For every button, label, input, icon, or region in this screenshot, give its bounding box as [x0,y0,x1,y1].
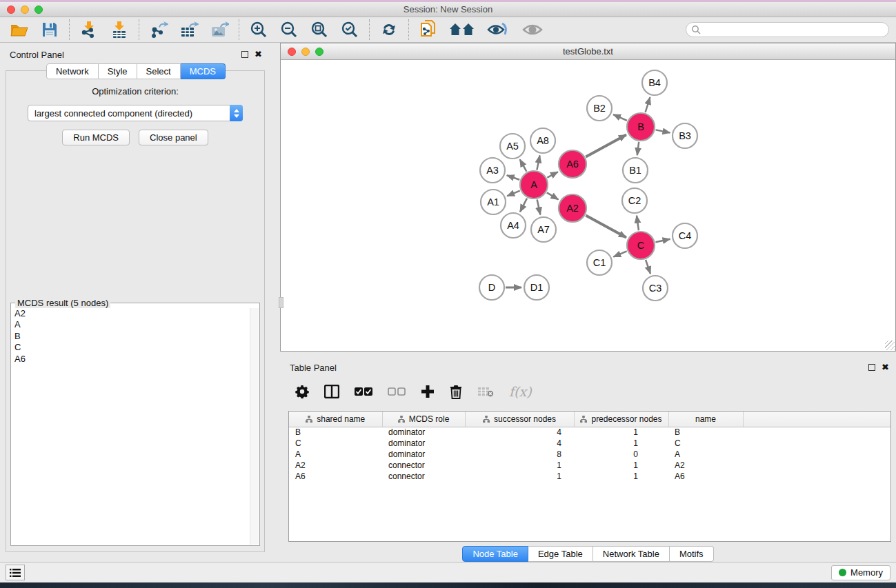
graph-node-A1[interactable]: A1 [481,190,506,214]
graph-edge-B-B2[interactable] [613,114,627,121]
graph-node-A5[interactable]: A5 [500,134,525,159]
column-header[interactable]: MCDS role [382,412,465,427]
deselect-all-columns-icon[interactable] [388,387,406,396]
graph-edge-C-C3[interactable] [646,260,650,274]
table-settings-gear-icon[interactable] [295,385,309,398]
tab-edge-table[interactable]: Edge Table [528,546,593,562]
import-network-icon[interactable] [79,20,99,39]
graph-node-B3[interactable]: B3 [673,123,697,148]
table-cell[interactable]: 1 [574,460,668,471]
zoom-in-icon[interactable] [249,20,268,39]
table-cell[interactable]: 1 [465,460,574,471]
table-cell[interactable]: C [289,438,382,449]
graph-node-A2[interactable]: A2 [559,194,586,222]
table-cell[interactable]: dominator [382,449,465,460]
graph-edge-A-A8[interactable] [537,156,539,170]
network-canvas[interactable]: AA1A2A3A4A5A6A7A8BB1B2B3B4CC1C2C3C4DD1 [281,60,895,351]
table-cell[interactable]: B [668,427,743,438]
table-cell[interactable]: A6 [289,471,382,482]
graph-edge-A6-B[interactable] [586,134,626,156]
float-panel-icon[interactable] [241,51,248,58]
graph-node-A6[interactable]: A6 [559,150,586,178]
graph-node-D1[interactable]: D1 [524,275,549,300]
memory-button[interactable]: Memory [831,565,890,580]
zoom-selected-icon[interactable] [340,20,359,39]
splitter-grip[interactable] [279,297,283,308]
close-panel-button[interactable]: Close panel [139,130,208,145]
search-field[interactable] [686,22,889,37]
export-image-icon[interactable] [210,20,229,39]
table-cell[interactable]: A2 [289,460,382,471]
close-panel-icon[interactable]: ✖ [255,51,262,58]
table-cell[interactable]: 1 [465,471,574,482]
graph-edge-A-A2[interactable] [547,192,559,199]
column-header[interactable]: shared name [289,412,382,427]
graph-node-D[interactable]: D [479,275,504,300]
table-cell[interactable]: C [668,438,743,449]
tab-motifs[interactable]: Motifs [670,546,714,562]
graph-edge-A-A3[interactable] [507,175,519,179]
table-cell[interactable]: B [289,427,382,438]
graph-node-A7[interactable]: A7 [531,217,556,242]
table-cell[interactable]: 1 [574,471,668,482]
import-table-icon[interactable] [110,20,129,39]
mcds-result-item[interactable]: A6 [12,354,259,365]
tab-network-table[interactable]: Network Table [593,546,670,562]
mcds-result-item[interactable]: A2 [12,308,259,319]
graph-node-C4[interactable]: C4 [673,223,697,248]
graph-edge-A-A4[interactable] [520,199,527,212]
run-mcds-button[interactable]: Run MCDS [62,130,130,145]
graph-edge-A-A6[interactable] [547,172,557,177]
table-cell[interactable]: connector [382,460,465,471]
apply-layout-icon[interactable] [379,20,399,39]
graph-node-C[interactable]: C [627,232,655,259]
table-cell[interactable]: A [668,449,743,460]
table-cell[interactable]: 4 [465,438,574,449]
hide-graphics-details-icon[interactable] [486,20,510,39]
mcds-result-item[interactable]: A [12,319,259,330]
graph-edge-C-C2[interactable] [637,216,639,230]
zoom-fit-icon[interactable] [310,20,329,39]
open-file-icon[interactable] [10,20,29,39]
graph-node-B1[interactable]: B1 [623,158,648,183]
table-cell[interactable]: A [289,449,382,460]
tab-style[interactable]: Style [99,63,137,79]
graph-edge-C-C4[interactable] [655,239,670,243]
tab-select[interactable]: Select [137,63,181,79]
table-row[interactable]: Bdominator41B [289,427,890,438]
table-row[interactable]: Cdominator41C [289,438,890,449]
delete-table-icon-disabled[interactable] [477,386,494,397]
mcds-result-item[interactable]: C [12,342,259,353]
table-row[interactable]: Adominator80A [289,449,890,460]
column-header[interactable]: successor nodes [465,412,574,427]
graph-node-A4[interactable]: A4 [501,213,526,238]
table-row[interactable]: A2connector11A2 [289,460,890,471]
column-header[interactable]: predecessor nodes [574,412,668,427]
graph-edge-A-A1[interactable] [507,191,519,196]
graph-node-C1[interactable]: C1 [587,250,612,275]
table-cell[interactable]: 8 [465,449,574,460]
graph-node-B[interactable]: B [627,113,655,141]
show-task-history-button[interactable] [6,565,25,580]
graph-node-A[interactable]: A [520,171,548,199]
table-row[interactable]: A6connector11A6 [289,471,890,482]
column-header[interactable]: name [668,412,743,427]
table-cell[interactable]: A2 [668,460,743,471]
table-cell[interactable]: 0 [574,449,668,460]
delete-column-trash-icon[interactable] [450,385,462,399]
tab-mcds[interactable]: MCDS [181,63,226,79]
table-cell[interactable]: A6 [668,471,743,482]
graph-node-C2[interactable]: C2 [622,188,647,213]
graph-edge-A-A7[interactable] [537,200,541,215]
save-session-icon[interactable] [40,20,59,39]
graph-edge-C-C1[interactable] [613,251,626,256]
function-builder-icon-disabled[interactable]: f(x) [509,384,532,399]
table-cell[interactable]: dominator [382,427,465,438]
create-column-plus-icon[interactable] [421,385,435,398]
export-table-icon[interactable] [179,20,199,39]
float-table-panel-icon[interactable] [868,364,875,371]
show-column-panel-icon[interactable] [324,385,339,398]
network-graph[interactable]: AA1A2A3A4A5A6A7A8BB1B2B3B4CC1C2C3C4DD1 [281,60,892,348]
close-table-panel-icon[interactable]: ✖ [882,364,889,371]
graph-edge-A-A5[interactable] [520,159,527,172]
